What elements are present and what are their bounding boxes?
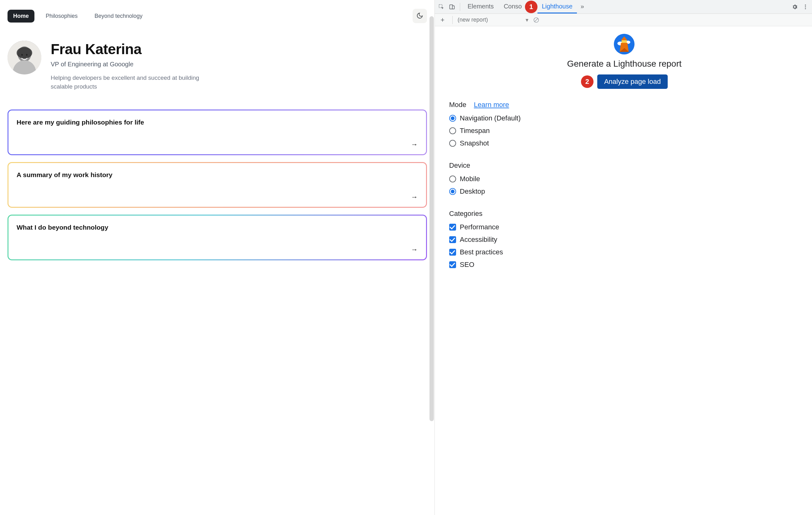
arrow-right-icon: → xyxy=(411,246,418,254)
nav-home[interactable]: Home xyxy=(7,10,34,23)
tab-console[interactable]: Conso xyxy=(499,0,526,13)
gear-icon[interactable] xyxy=(790,2,800,11)
category-check-best-practices[interactable] xyxy=(449,249,456,255)
card-title: A summary of my work history xyxy=(17,171,418,179)
lighthouse-title: Generate a Lighthouse report xyxy=(449,59,800,69)
report-dropdown[interactable]: (new report) ▾ xyxy=(458,17,528,24)
svg-rect-19 xyxy=(622,40,627,43)
profile-role: VP of Engineering at Gooogle xyxy=(51,61,213,68)
svg-point-10 xyxy=(805,4,806,5)
mode-option-timespan[interactable]: Timespan xyxy=(449,124,800,137)
learn-more-link[interactable]: Learn more xyxy=(474,101,509,109)
mode-section: Mode Learn more Navigation (Default) Tim… xyxy=(449,101,800,150)
new-report-plus-button[interactable]: + xyxy=(438,15,447,25)
card-title: Here are my guiding philosophies for lif… xyxy=(17,119,418,126)
card-philosophies[interactable]: Here are my guiding philosophies for lif… xyxy=(7,110,427,155)
kebab-menu-icon[interactable] xyxy=(801,2,810,11)
category-accessibility[interactable]: Accessibility xyxy=(449,234,800,246)
site-nav: Home Philosophies Beyond technology xyxy=(7,9,427,23)
tabs-overflow-button[interactable]: » xyxy=(578,0,587,13)
svg-point-3 xyxy=(17,47,32,59)
profile-name: Frau Katerina xyxy=(51,41,213,58)
theme-toggle-button[interactable] xyxy=(412,9,427,23)
mode-option-snapshot[interactable]: Snapshot xyxy=(449,137,800,150)
lighthouse-logo-icon xyxy=(449,34,800,55)
mode-option-label: Navigation (Default) xyxy=(460,114,521,122)
card-work-history[interactable]: A summary of my work history → xyxy=(7,162,427,208)
separator xyxy=(452,16,453,24)
device-option-desktop[interactable]: Desktop xyxy=(449,185,800,198)
lighthouse-hero: Generate a Lighthouse report 2 Analyze p… xyxy=(449,34,800,89)
device-section: Device Mobile Desktop xyxy=(449,161,800,198)
category-label: SEO xyxy=(460,261,474,269)
arrow-right-icon: → xyxy=(411,193,418,201)
category-performance[interactable]: Performance xyxy=(449,221,800,234)
device-toolbar-icon[interactable] xyxy=(447,2,457,11)
scrollbar[interactable] xyxy=(430,16,434,421)
svg-point-12 xyxy=(805,8,806,9)
profile-block: Frau Katerina VP of Engineering at Gooog… xyxy=(7,41,427,91)
profile-bio: Helping developers be excellent and succ… xyxy=(51,73,213,91)
category-seo[interactable]: SEO xyxy=(449,259,800,271)
analyze-page-load-button[interactable]: Analyze page load xyxy=(597,74,668,89)
svg-point-5 xyxy=(21,54,23,56)
mode-radio-timespan[interactable] xyxy=(449,127,456,134)
lighthouse-body: Generate a Lighthouse report 2 Analyze p… xyxy=(435,26,812,515)
annotation-badge-1: 1 xyxy=(525,1,538,13)
category-label: Accessibility xyxy=(460,236,497,244)
category-best-practices[interactable]: Best practices xyxy=(449,246,800,259)
categories-section: Categories Performance Accessibility Bes… xyxy=(449,210,800,271)
mode-option-label: Timespan xyxy=(460,127,490,135)
mode-option-label: Snapshot xyxy=(460,139,489,147)
card-beyond-tech[interactable]: What I do beyond technology → xyxy=(7,215,427,260)
cards-list: Here are my guiding philosophies for lif… xyxy=(7,110,427,260)
annotation-badge-2: 2 xyxy=(581,75,593,88)
category-label: Performance xyxy=(460,223,499,231)
arrow-right-icon: → xyxy=(411,141,418,149)
nav-beyond[interactable]: Beyond technology xyxy=(89,10,148,23)
categories-label: Categories xyxy=(449,210,483,218)
lighthouse-subbar: + (new report) ▾ xyxy=(435,14,812,26)
device-option-label: Desktop xyxy=(460,187,485,195)
category-check-performance[interactable] xyxy=(449,224,456,231)
clear-icon[interactable] xyxy=(531,15,541,25)
category-check-seo[interactable] xyxy=(449,261,456,268)
card-title: What I do beyond technology xyxy=(17,224,418,231)
separator xyxy=(460,3,460,11)
device-option-mobile[interactable]: Mobile xyxy=(449,173,800,185)
category-check-accessibility[interactable] xyxy=(449,236,456,243)
device-label: Device xyxy=(449,161,470,170)
mode-option-navigation[interactable]: Navigation (Default) xyxy=(449,112,800,124)
site-preview-pane: Home Philosophies Beyond technology xyxy=(0,0,434,515)
mode-radio-navigation[interactable] xyxy=(449,115,456,122)
devtools-pane: Elements Conso 1 Lighthouse » + (new rep… xyxy=(434,0,812,515)
device-option-label: Mobile xyxy=(460,175,480,183)
mode-label: Mode xyxy=(449,101,466,109)
svg-point-6 xyxy=(26,54,28,56)
svg-rect-9 xyxy=(452,6,455,9)
devtools-tabbar: Elements Conso 1 Lighthouse » xyxy=(435,0,812,14)
moon-icon xyxy=(416,12,423,20)
svg-point-11 xyxy=(805,6,806,7)
tab-lighthouse[interactable]: Lighthouse xyxy=(538,0,577,13)
device-radio-desktop[interactable] xyxy=(449,188,456,195)
tab-elements[interactable]: Elements xyxy=(463,0,498,13)
avatar xyxy=(7,41,41,74)
report-dropdown-label: (new report) xyxy=(458,17,488,23)
category-label: Best practices xyxy=(460,248,503,256)
svg-line-14 xyxy=(534,18,538,22)
mode-radio-snapshot[interactable] xyxy=(449,140,456,147)
chevron-down-icon: ▾ xyxy=(526,17,528,24)
device-radio-mobile[interactable] xyxy=(449,176,456,182)
inspect-element-icon[interactable] xyxy=(437,2,446,11)
nav-philosophies[interactable]: Philosophies xyxy=(40,10,83,23)
